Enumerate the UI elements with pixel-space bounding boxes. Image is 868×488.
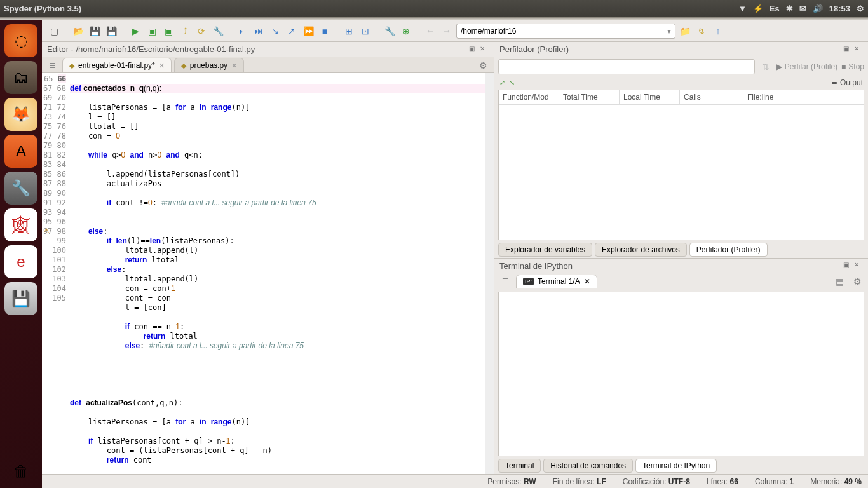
- back-icon[interactable]: ←: [423, 24, 437, 38]
- close-pane-icon[interactable]: ✕: [854, 45, 863, 54]
- run-selection-icon[interactable]: ⤴: [178, 24, 192, 38]
- expand-icon[interactable]: ⤢: [499, 79, 505, 87]
- continue-icon[interactable]: ⏩: [301, 24, 315, 38]
- keyboard-lang[interactable]: Es: [770, 4, 780, 13]
- layout1-icon[interactable]: ⊞: [342, 24, 356, 38]
- th-calls[interactable]: Calls: [680, 90, 743, 104]
- run-cell-icon[interactable]: ▣: [145, 24, 159, 38]
- run-icon[interactable]: ▶: [128, 24, 142, 38]
- parent-dir-icon[interactable]: ↑: [711, 24, 725, 38]
- tabs-menu-icon[interactable]: ☰: [46, 58, 60, 72]
- tab-profiler[interactable]: Perfilador (Profiler): [689, 243, 768, 257]
- close-tab-icon[interactable]: ✕: [231, 62, 237, 70]
- editor-pane: Editor - /home/mariofr16/Escritorio/entr…: [42, 42, 494, 474]
- firefox-icon[interactable]: 🦊: [4, 98, 37, 131]
- new-file-icon[interactable]: ▢: [47, 24, 61, 38]
- profiler-file-combo[interactable]: [498, 59, 755, 74]
- status-memory: Memoria: 49 %: [810, 477, 862, 486]
- saveall-icon[interactable]: 💾: [104, 24, 118, 38]
- run-again-icon[interactable]: ⟳: [194, 24, 208, 38]
- pdf-icon[interactable]: e: [4, 245, 37, 278]
- ipython-badge-icon: IP:: [523, 278, 534, 285]
- close-tab-icon[interactable]: ✕: [159, 62, 165, 70]
- tab-varexplorer[interactable]: Explorador de variables: [498, 243, 592, 257]
- step-into-icon[interactable]: ↘: [268, 24, 282, 38]
- settings-gear-icon[interactable]: ⚙: [857, 4, 864, 13]
- ipy-opt1-icon[interactable]: ▤: [832, 274, 846, 288]
- chevron-down-icon: ▾: [667, 27, 671, 36]
- undock-icon[interactable]: ▣: [843, 261, 852, 270]
- undock-icon[interactable]: ▣: [843, 45, 852, 54]
- status-line: Línea: 66: [707, 477, 738, 486]
- mail-icon[interactable]: ✉: [799, 4, 806, 13]
- browse-icon[interactable]: ⇅: [759, 60, 773, 74]
- app-title: Spyder (Python 3.5): [4, 4, 81, 13]
- ipy-menu-icon[interactable]: ☰: [498, 274, 512, 288]
- layout2-icon[interactable]: ⊡: [358, 24, 372, 38]
- disk-icon[interactable]: 💾: [4, 282, 37, 315]
- debug-icon[interactable]: ⏯: [235, 24, 249, 38]
- save-icon[interactable]: 💾: [88, 24, 102, 38]
- tab-history[interactable]: Historial de comandos: [543, 459, 633, 473]
- profiler-header-row: Function/Mod Total Time Local Time Calls…: [499, 90, 864, 105]
- code-area[interactable]: def conectados_n_q(n,q): listaPersonas =…: [70, 73, 485, 474]
- browse-dir-icon[interactable]: 📁: [678, 24, 692, 38]
- tab-options-icon[interactable]: ⚙: [476, 58, 490, 72]
- profiler-table[interactable]: Function/Mod Total Time Local Time Calls…: [498, 90, 864, 240]
- th-function[interactable]: Function/Mod: [499, 90, 559, 104]
- step-icon[interactable]: ⏭: [252, 24, 266, 38]
- stop-debug-icon[interactable]: ■: [318, 24, 332, 38]
- volume-icon[interactable]: 🔊: [813, 4, 823, 13]
- ipy-opt2-icon[interactable]: ⚙: [850, 274, 864, 288]
- wifi-icon[interactable]: ⚡: [753, 4, 763, 13]
- sync-icon[interactable]: ↯: [695, 24, 709, 38]
- clock[interactable]: 18:53: [829, 4, 850, 13]
- titlebar: Spyder (Python 3.5) ▼ ⚡ Es ✱ ✉ 🔊 18:53 ⚙: [0, 0, 868, 17]
- ipython-pane: Terminal de IPython ▣ ✕ ☰ IP: Terminal 1…: [494, 259, 868, 475]
- collapse-icon[interactable]: ⤡: [509, 79, 515, 87]
- tab-entregable[interactable]: ◆ entregable-01-final.py* ✕: [62, 58, 172, 72]
- warning-marker-icon[interactable]: ⚠: [42, 227, 51, 236]
- forward-icon[interactable]: →: [440, 24, 454, 38]
- settings-icon[interactable]: 🔧: [4, 172, 37, 205]
- pythonpath-icon[interactable]: ⊕: [399, 24, 413, 38]
- profile-button[interactable]: ▶Perfilar (Profile): [776, 62, 837, 71]
- close-pane-icon[interactable]: ✕: [854, 261, 863, 270]
- main-toolbar: ▢ 📂 💾 💾 ▶ ▣ ▣ ⤴ ⟳ 🔧 ⏯ ⏭ ↘ ↗ ⏩ ■ ⊞ ⊡ 🔧 ⊕: [42, 20, 868, 42]
- open-icon[interactable]: 📂: [71, 24, 85, 38]
- ipython-tab-label: Terminal 1/A: [538, 277, 580, 286]
- tab-terminal[interactable]: Terminal: [498, 459, 541, 473]
- status-encoding: Codificación: UTF-8: [623, 477, 690, 486]
- dash-icon[interactable]: ◌: [4, 24, 37, 57]
- close-tab-icon[interactable]: ✕: [584, 277, 590, 286]
- editor-body[interactable]: ⚠ 65 66 67 68 69 70 71 72 73 74 75 76 77…: [42, 73, 494, 474]
- th-localtime[interactable]: Local Time: [620, 90, 680, 104]
- tab-ipython[interactable]: Terminal de IPython: [635, 459, 717, 473]
- spyder-icon[interactable]: 🕸: [4, 208, 37, 241]
- tab-pruebas[interactable]: ◆ pruebas.py ✕: [174, 58, 244, 72]
- stop-button[interactable]: ■Stop: [841, 62, 864, 71]
- system-tray: ▼ ⚡ Es ✱ ✉ 🔊 18:53 ⚙: [738, 4, 864, 13]
- software-icon[interactable]: A: [4, 135, 37, 168]
- ipython-console[interactable]: [498, 292, 864, 457]
- files-icon[interactable]: 🗂: [4, 61, 37, 94]
- bluetooth-icon[interactable]: ✱: [786, 4, 793, 13]
- working-dir-text: /home/mariofr16: [461, 27, 516, 36]
- working-dir-combo[interactable]: /home/mariofr16 ▾: [456, 24, 675, 39]
- th-totaltime[interactable]: Total Time: [559, 90, 620, 104]
- line-gutter: 65 66 67 68 69 70 71 72 73 74 75 76 77 7…: [42, 73, 70, 474]
- output-button[interactable]: ≣Output: [831, 78, 863, 87]
- close-pane-icon[interactable]: ✕: [480, 45, 489, 54]
- tab-fileexplorer[interactable]: Explorador de archivos: [595, 243, 687, 257]
- right-top-tabs: Explorador de variables Explorador de ar…: [494, 241, 868, 258]
- step-out-icon[interactable]: ↗: [285, 24, 299, 38]
- run-cell-next-icon[interactable]: ▣: [161, 24, 175, 38]
- ipython-tab[interactable]: IP: Terminal 1/A ✕: [516, 274, 597, 288]
- config-run-icon[interactable]: 🔧: [211, 24, 225, 38]
- dropbox-icon[interactable]: ▼: [738, 4, 747, 13]
- th-fileline[interactable]: File:line: [743, 90, 864, 104]
- prefs-icon[interactable]: 🔧: [383, 24, 397, 38]
- editor-scrollbar[interactable]: [485, 73, 494, 474]
- undock-icon[interactable]: ▣: [469, 45, 478, 54]
- trash-icon[interactable]: 🗑: [4, 455, 37, 488]
